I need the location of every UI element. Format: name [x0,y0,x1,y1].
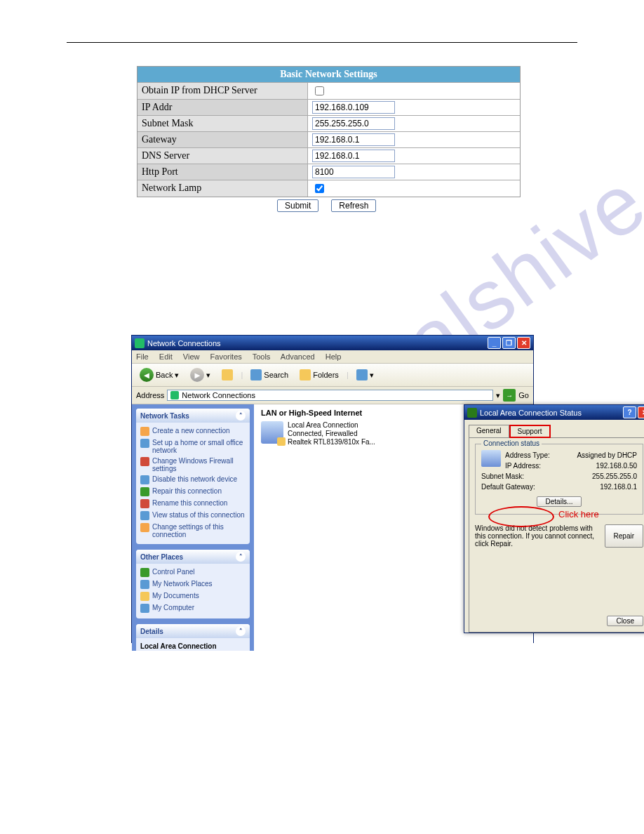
sidebar-place-network[interactable]: My Network Places [140,578,246,590]
collapse-icon[interactable]: ˄ [236,626,246,636]
panel-title: Network Tasks [140,412,189,420]
maximize-button[interactable]: ❐ [502,337,516,349]
sidebar-place-computer[interactable]: My Computer [140,602,246,614]
search-button[interactable]: Search [247,368,292,382]
page-divider [67,42,577,43]
v-gateway: 192.168.0.1 [600,483,637,491]
dialog-close-button[interactable]: ✕ [638,406,644,418]
bns-label-dns: DNS Server [137,148,308,164]
go-label: Go [518,391,529,399]
connection-status-dialog: Local Area Connection Status ? ✕ General… [464,404,644,633]
network-tasks-panel: Network Tasks˄ Create a new connection S… [136,409,250,544]
network-lamp-checkbox[interactable] [315,184,324,193]
forward-icon: ► [190,368,204,382]
subnet-mask-input[interactable] [312,117,395,130]
menu-file[interactable]: File [136,352,149,361]
v-subnet: 255.255.255.0 [592,472,637,480]
ip-addr-input[interactable] [312,101,395,114]
menu-tools[interactable]: Tools [253,352,271,361]
sidebar-task-create[interactable]: Create a new connection [140,425,246,437]
bns-label-http: Http Port [137,164,308,180]
bns-label-subnet: Subnet Mask [137,116,308,131]
chevron-down-icon[interactable]: ▾ [496,391,500,400]
address-value: Network Connections [182,391,255,399]
sidebar-place-docs[interactable]: My Documents [140,590,246,602]
go-button[interactable]: → [503,389,516,402]
k-addrtype: Address Type: [505,451,577,459]
menu-view[interactable]: View [183,352,200,361]
close-button[interactable]: ✕ [517,337,530,349]
address-bar: Address Network Connections ▾ → Go [132,387,533,404]
annotation-oval [488,506,554,527]
firewall-icon [140,457,149,466]
details-panel: Details˄ Local Area Connection [136,624,250,651]
folders-button[interactable]: Folders [296,368,342,382]
connection-device: Realtek RTL8139/810x Fa... [288,438,375,446]
tab-support[interactable]: Support [509,425,551,438]
disable-icon [140,475,149,484]
details-button[interactable]: Details... [537,496,582,507]
wizard-icon [140,427,149,436]
dns-server-input[interactable] [312,150,395,162]
sidebar-task-repair[interactable]: Repair this connection [140,486,246,498]
tab-general[interactable]: General [469,425,509,438]
connection-status-group: Connection status Address Type:Assigned … [475,444,643,515]
gateway-input[interactable] [312,133,395,146]
toolbar: ◄Back▾ ►▾ | Search Folders | ▾ [132,364,533,387]
bns-label-ip: IP Addr [137,100,308,115]
k-subnet: Subnet Mask: [481,472,592,480]
help-button[interactable]: ? [623,406,636,418]
sidebar-task-setup[interactable]: Set up a home or small office network [140,437,246,456]
menu-help[interactable]: Help [326,352,342,361]
bns-title: Basic Network Settings [137,67,520,82]
window-title: Network Connections [147,339,221,348]
menu-favorites[interactable]: Favorites [210,352,242,361]
connection-name: Local Area Connection [288,421,375,430]
v-ip: 192.168.0.50 [596,462,637,470]
sidebar-task-firewall[interactable]: Change Windows Firewall settings [140,456,246,474]
sidebar: Network Tasks˄ Create a new connection S… [132,404,254,651]
menu-advanced[interactable]: Advanced [281,352,315,361]
sidebar-task-status[interactable]: View status of this connection [140,510,246,522]
dialog-titlebar[interactable]: Local Area Connection Status ? ✕ [464,405,644,420]
address-input[interactable]: Network Connections [167,390,493,401]
forward-button[interactable]: ►▾ [187,366,214,383]
sidebar-place-control[interactable]: Control Panel [140,567,246,578]
k-ip: IP Address: [505,462,596,470]
submit-button[interactable]: Submit [277,199,318,212]
refresh-button[interactable]: Refresh [331,199,376,212]
rename-icon [140,499,149,508]
dialog-close-bottom-button[interactable]: Close [607,616,643,626]
network-connections-icon [135,338,145,348]
sidebar-task-disable[interactable]: Disable this network device [140,474,246,486]
dhcp-checkbox[interactable] [315,86,324,95]
sidebar-task-rename[interactable]: Rename this connection [140,498,246,510]
details-item: Local Area Connection [140,641,246,651]
repair-button[interactable]: Repair [605,524,643,548]
views-button[interactable]: ▾ [353,368,377,382]
connection-state: Connected, Firewalled [288,430,375,438]
basic-network-settings-panel: Basic Network Settings Obtain IP from DH… [137,66,521,197]
network-places-icon [140,580,149,589]
http-port-input[interactable] [312,166,395,178]
address-label: Address [136,391,164,399]
window-titlebar[interactable]: Network Connections _ ❐ ✕ [132,336,533,350]
collapse-icon[interactable]: ˄ [236,552,246,562]
up-button[interactable] [218,368,236,382]
bns-label-lamp: Network Lamp [137,180,308,197]
menu-bar: File Edit View Favorites Tools Advanced … [132,350,533,364]
network-connections-icon [170,391,179,399]
minimize-button[interactable]: _ [488,337,501,349]
status-icon [140,511,149,520]
documents-icon [140,592,149,601]
computer-icon [140,604,149,613]
v-addrtype: Assigned by DHCP [577,451,637,459]
menu-edit[interactable]: Edit [159,352,173,361]
sidebar-task-change[interactable]: Change settings of this connection [140,522,246,540]
back-button[interactable]: ◄Back▾ [136,366,182,383]
panel-title: Details [140,628,163,635]
collapse-icon[interactable]: ˄ [236,411,246,421]
other-places-panel: Other Places˄ Control Panel My Network P… [136,550,250,618]
chevron-down-icon: ▾ [206,371,210,380]
chevron-down-icon: ▾ [370,371,374,380]
